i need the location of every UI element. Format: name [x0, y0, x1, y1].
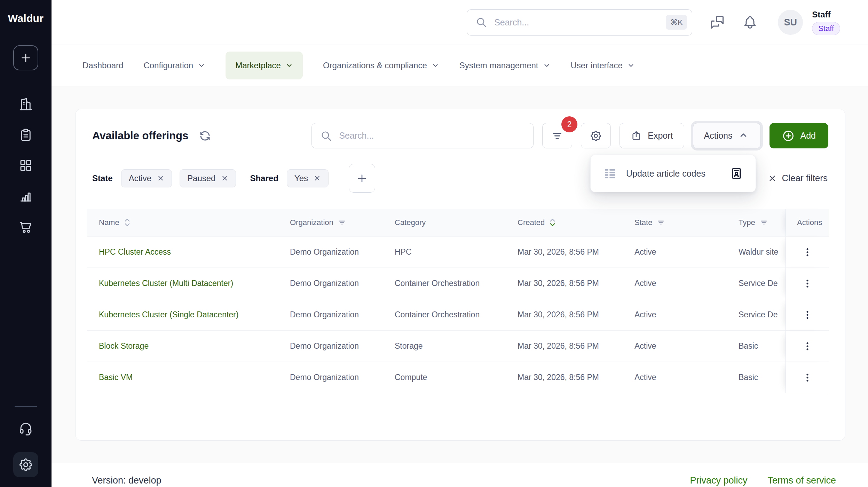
cell-category: Container Orchestration: [382, 299, 505, 330]
nav-item-marketplace[interactable]: Marketplace: [226, 52, 303, 79]
offering-name-link[interactable]: Kubernetes Cluster (Single Datacenter): [87, 299, 278, 330]
menu-item-update-article-codes[interactable]: Update article codes: [603, 167, 743, 180]
nav-label: Configuration: [143, 61, 193, 70]
nav-item-dashboard[interactable]: Dashboard: [82, 61, 123, 70]
kebab-menu-icon[interactable]: [802, 247, 813, 258]
nav-item-user-interface[interactable]: User interface: [571, 61, 635, 70]
column-header-created[interactable]: Created: [505, 209, 622, 236]
offering-name-link[interactable]: Kubernetes Cluster (Multi Datacenter): [87, 268, 278, 299]
sidebar-settings-button[interactable]: [13, 452, 38, 477]
cell-organization: Demo Organization: [278, 331, 382, 362]
cell-created: Mar 30, 2026, 8:56 PM: [505, 362, 622, 393]
column-header-state[interactable]: State: [622, 209, 726, 236]
filter-button[interactable]: 2: [542, 123, 572, 148]
kebab-menu-icon[interactable]: [802, 341, 813, 352]
column-label: Organization: [290, 218, 333, 227]
grid-icon[interactable]: [18, 158, 33, 173]
offering-name-link[interactable]: Block Storage: [87, 331, 278, 362]
page-title: Available offerings: [92, 130, 188, 142]
bar-chart-icon[interactable]: [18, 189, 33, 203]
keyboard-shortcut-badge: ⌘K: [666, 15, 687, 30]
avatar-initials: SU: [784, 17, 797, 28]
cell-organization: Demo Organization: [278, 362, 382, 393]
cell-type: Service De: [726, 268, 786, 299]
column-header-name[interactable]: Name: [87, 209, 278, 236]
avatar[interactable]: SU: [778, 10, 803, 35]
nav-label: User interface: [571, 61, 623, 70]
column-label: State: [634, 218, 652, 227]
export-button[interactable]: Export: [620, 123, 684, 148]
cell-actions: [786, 362, 829, 393]
bell-icon[interactable]: [742, 15, 758, 30]
cell-type: Waldur site: [726, 237, 786, 268]
brand-logo: Waldur: [8, 13, 44, 24]
kebab-menu-icon[interactable]: [802, 309, 813, 320]
column-header-category[interactable]: Category: [382, 209, 505, 236]
main-nav: Dashboard Configuration Marketplace Orga…: [52, 45, 868, 86]
gear-icon: [18, 457, 33, 472]
search-icon: [320, 130, 332, 142]
plus-icon: [356, 172, 368, 184]
column-header-organization[interactable]: Organization: [278, 209, 382, 236]
sort-icon: [124, 218, 131, 227]
cell-organization: Demo Organization: [278, 237, 382, 268]
menu-item-label: Update article codes: [626, 169, 705, 179]
gear-icon: [590, 130, 602, 142]
clipboard-icon[interactable]: [18, 127, 33, 142]
nav-item-organizations-compliance[interactable]: Organizations & compliance: [323, 61, 439, 70]
clear-filters-button[interactable]: Clear filters: [768, 173, 828, 184]
kebab-menu-icon[interactable]: [802, 372, 813, 383]
table-search-input[interactable]: [338, 130, 528, 141]
global-search-input[interactable]: [494, 17, 660, 28]
cell-actions: [786, 268, 829, 299]
chip-shared-yes[interactable]: Yes: [287, 169, 329, 187]
chat-icon[interactable]: [710, 15, 725, 30]
building-icon[interactable]: [18, 97, 33, 111]
table-row: Basic VM Demo Organization Compute Mar 3…: [87, 362, 829, 393]
shared-filter-label: Shared: [250, 173, 278, 183]
table-settings-button[interactable]: [581, 123, 611, 148]
column-filter-icon: [657, 218, 665, 226]
nav-label: Dashboard: [82, 61, 123, 70]
staff-badge: Staff: [812, 22, 840, 35]
waldur-admin-app: Waldur: [0, 0, 868, 487]
headset-icon[interactable]: [18, 422, 33, 436]
actions-button[interactable]: Actions: [693, 123, 761, 148]
kebab-menu-icon[interactable]: [802, 278, 813, 289]
cart-icon[interactable]: [18, 219, 33, 234]
chip-state-active[interactable]: Active: [121, 169, 172, 187]
nav-item-system-management[interactable]: System management: [459, 61, 551, 70]
sidebar-add-button[interactable]: [13, 45, 38, 70]
add-button[interactable]: Add: [770, 123, 828, 148]
nav-label: System management: [459, 61, 538, 70]
cell-actions: [786, 237, 829, 268]
chevron-down-icon: [432, 62, 439, 69]
nav-label: Organizations & compliance: [323, 61, 427, 70]
table-row: Kubernetes Cluster (Single Datacenter) D…: [87, 299, 829, 331]
footer: Version: develop Privacy policy Terms of…: [52, 463, 868, 487]
offering-name-link[interactable]: Basic VM: [87, 362, 278, 393]
table-row: Kubernetes Cluster (Multi Datacenter) De…: [87, 268, 829, 299]
terms-of-service-link[interactable]: Terms of service: [767, 475, 836, 487]
cell-actions: [786, 299, 829, 330]
privacy-policy-link[interactable]: Privacy policy: [690, 475, 747, 487]
offering-name-link[interactable]: HPC Cluster Access: [87, 237, 278, 268]
column-label: Actions: [797, 218, 822, 227]
refresh-icon[interactable]: [199, 130, 211, 142]
column-label: Name: [99, 218, 119, 227]
add-filter-button[interactable]: [349, 164, 375, 193]
user-block: Staff Staff: [812, 10, 840, 35]
chevron-down-icon: [627, 62, 635, 69]
cell-created: Mar 30, 2026, 8:56 PM: [505, 299, 622, 330]
close-icon[interactable]: [221, 175, 228, 182]
filter-icon: [551, 130, 563, 142]
close-icon[interactable]: [157, 175, 164, 182]
table-list-icon: [603, 167, 617, 180]
content-area: Available offerings: [52, 86, 868, 463]
chip-state-paused[interactable]: Paused: [180, 169, 236, 187]
export-icon: [631, 130, 642, 141]
actions-label: Actions: [704, 131, 733, 141]
close-icon[interactable]: [314, 175, 321, 182]
nav-item-configuration[interactable]: Configuration: [143, 61, 205, 70]
column-header-type[interactable]: Type: [726, 209, 786, 236]
